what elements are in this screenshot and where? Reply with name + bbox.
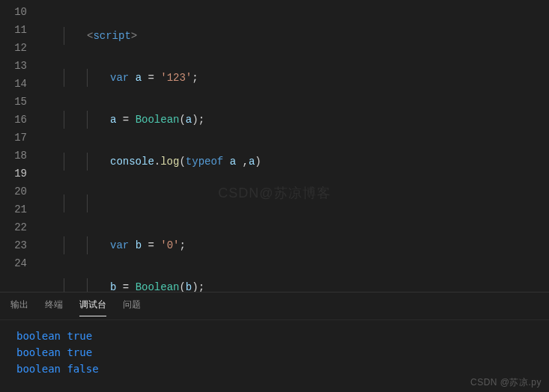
tab-terminal[interactable]: 终端 bbox=[45, 298, 63, 316]
bottom-panel: 输出 终端 调试台 问题 boolean true boolean true b… bbox=[0, 292, 549, 392]
line-number: 24 bbox=[0, 254, 40, 272]
line-number: 12 bbox=[0, 39, 40, 57]
line-number: 23 bbox=[0, 236, 40, 254]
line-number: 15 bbox=[0, 93, 40, 111]
tab-problems[interactable]: 问题 bbox=[123, 298, 141, 316]
code-line[interactable]: var a = '123'; bbox=[40, 69, 549, 87]
code-area[interactable]: <script> var a = '123'; a = Boolean(a); … bbox=[40, 0, 549, 292]
panel-tabs: 输出 终端 调试台 问题 bbox=[0, 293, 549, 320]
tab-debug-console[interactable]: 调试台 bbox=[79, 298, 106, 316]
tab-output[interactable]: 输出 bbox=[10, 298, 28, 316]
code-line[interactable]: b = Boolean(b); bbox=[40, 278, 549, 292]
line-number-gutter: 10 11 12 13 14 15 16 17 18 19 20 21 22 2… bbox=[0, 0, 40, 292]
line-number: 19 bbox=[0, 165, 40, 183]
line-number: 16 bbox=[0, 111, 40, 129]
code-line[interactable]: a = Boolean(a); bbox=[40, 111, 549, 129]
console-line: boolean false bbox=[16, 361, 542, 377]
code-line[interactable]: console.log(typeof a ,a) bbox=[40, 153, 549, 171]
code-line[interactable]: <script> bbox=[40, 27, 549, 45]
line-number: 11 bbox=[0, 21, 40, 39]
line-number: 13 bbox=[0, 57, 40, 75]
console-line: boolean true bbox=[16, 328, 542, 344]
code-line[interactable] bbox=[40, 195, 549, 212]
line-number: 22 bbox=[0, 218, 40, 236]
line-number: 18 bbox=[0, 147, 40, 165]
console-line: boolean true bbox=[16, 344, 542, 361]
code-editor[interactable]: 10 11 12 13 14 15 16 17 18 19 20 21 22 2… bbox=[0, 0, 549, 292]
line-number: 21 bbox=[0, 200, 40, 218]
line-number: 10 bbox=[0, 3, 40, 21]
code-line[interactable]: var b = '0'; bbox=[40, 236, 549, 254]
line-number: 17 bbox=[0, 129, 40, 147]
line-number: 14 bbox=[0, 75, 40, 93]
debug-console-output[interactable]: boolean true boolean true boolean false bbox=[0, 320, 549, 392]
line-number: 20 bbox=[0, 183, 40, 200]
